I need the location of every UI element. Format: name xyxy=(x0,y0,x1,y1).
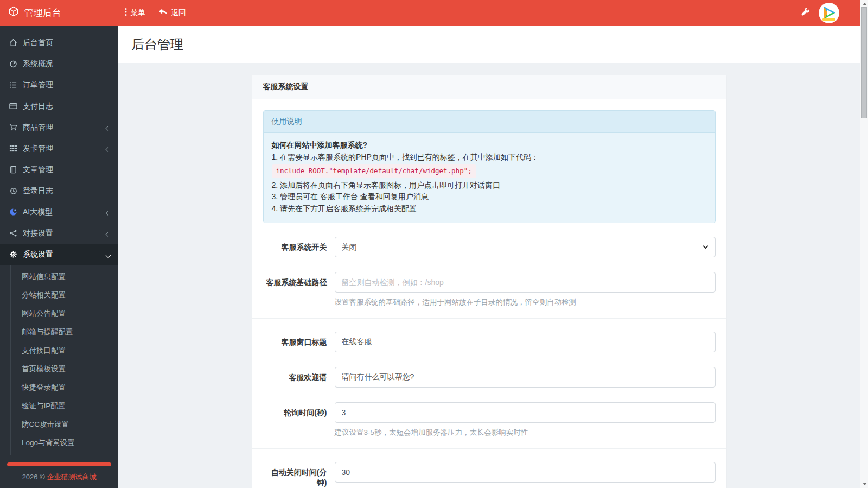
field-label: 客服欢迎语 xyxy=(263,367,335,388)
polling-interval-input[interactable] xyxy=(335,402,716,423)
credit-card-icon xyxy=(9,102,18,110)
menu-toggle-button[interactable]: 菜单 xyxy=(118,0,152,26)
home-icon xyxy=(9,39,18,47)
sidebar-item-system-settings[interactable]: 系统设置 xyxy=(0,244,118,265)
form-group-service-switch: 客服系统开关 关闭 xyxy=(263,237,716,257)
avatar-badge xyxy=(822,18,835,21)
sidebar-item-login-logs[interactable]: 登录日志 xyxy=(0,180,118,201)
footer-site-link[interactable]: 企业猫测试商城 xyxy=(47,473,96,481)
sidebar-item-dashboard[interactable]: 后台首页 xyxy=(0,32,118,53)
submenu-item-site-info[interactable]: 网站信息配置 xyxy=(0,268,118,286)
back-label: 返回 xyxy=(171,8,186,18)
scrollbar[interactable] xyxy=(860,0,868,488)
form-separator xyxy=(252,448,726,449)
reply-arrow-icon xyxy=(158,8,168,18)
scrollbar-up-arrow-icon[interactable] xyxy=(863,3,867,5)
chevron-left-icon xyxy=(106,123,110,132)
sidebar-item-label: 商品管理 xyxy=(23,123,53,132)
form-group-base-path: 客服系统基础路径 设置客服系统的基础路径，适用于网站放在子目录的情况，留空则自动… xyxy=(263,272,716,307)
notice-title: 使用说明 xyxy=(264,111,715,133)
gauge-icon xyxy=(9,60,18,68)
sidebar-item-ai-models[interactable]: AI大模型 xyxy=(0,201,118,223)
sidebar-item-label: 系统设置 xyxy=(23,250,53,259)
wrench-icon xyxy=(801,8,810,18)
submenu-item-email-notify[interactable]: 邮箱与提醒配置 xyxy=(0,323,118,341)
sidebar-item-label: 订单管理 xyxy=(23,80,53,90)
submenu-item-substation[interactable]: 分站相关配置 xyxy=(0,286,118,305)
field-label: 轮询时间(秒) xyxy=(263,402,335,438)
user-avatar[interactable] xyxy=(819,3,839,23)
submenu-item-payment-api[interactable]: 支付接口配置 xyxy=(0,341,118,360)
chevron-left-icon xyxy=(106,144,110,153)
wrench-button[interactable] xyxy=(793,0,819,26)
brand[interactable]: 管理后台 xyxy=(0,0,118,26)
scrollbar-thumb[interactable] xyxy=(861,7,867,118)
scrollbar-down-arrow-icon[interactable] xyxy=(863,483,867,485)
sidebar-footer: 2026 © 企业猫测试商城 xyxy=(0,472,118,482)
service-switch-select[interactable]: 关闭 xyxy=(335,237,716,257)
footer-year: 2026 © xyxy=(22,473,45,481)
page-title: 后台管理 xyxy=(131,36,183,53)
field-label: 客服系统基础路径 xyxy=(263,272,335,307)
submenu-item-captcha-ip[interactable]: 验证与IP配置 xyxy=(0,397,118,415)
notice-body: 如何在网站中添加客服系统? 1. 在需要显示客服系统的PHP页面中，找到已有的标… xyxy=(264,133,715,223)
sidebar-item-label: 系统概况 xyxy=(23,59,53,69)
sidebar-item-label: 文章管理 xyxy=(23,165,53,175)
submenu-item-announcement[interactable]: 网站公告配置 xyxy=(0,305,118,323)
book-icon xyxy=(9,166,18,174)
auto-close-time-input[interactable] xyxy=(335,462,716,483)
welcome-message-input[interactable] xyxy=(335,367,716,388)
sidebar-item-payment-logs[interactable]: 支付日志 xyxy=(0,96,118,117)
sidebar-item-label: 后台首页 xyxy=(23,38,53,48)
form-separator xyxy=(252,318,726,319)
sidebar-item-cards[interactable]: 发卡管理 xyxy=(0,138,118,159)
navbar-spacer xyxy=(193,0,793,26)
sidebar-red-divider xyxy=(7,462,111,466)
form-group-window-title: 客服窗口标题 xyxy=(263,332,716,352)
chevron-left-icon xyxy=(106,229,110,238)
form-group-polling-interval: 轮询时间(秒) 建议设置3-5秒，太短会增加服务器压力，太长会影响实时性 xyxy=(263,402,716,438)
cart-icon xyxy=(9,123,18,131)
ai-icon xyxy=(9,208,18,216)
brand-title: 管理后台 xyxy=(24,7,61,19)
notice-step-4: 4. 请先在下方开启客服系统并完成相关配置 xyxy=(272,203,707,215)
ellipsis-v-icon xyxy=(125,8,127,18)
sidebar-item-label: 发卡管理 xyxy=(23,144,53,154)
sidebar-item-overview[interactable]: 系统概况 xyxy=(0,53,118,74)
form-group-welcome-message: 客服欢迎语 xyxy=(263,367,716,388)
content-header: 后台管理 xyxy=(118,26,860,63)
sidebar-item-label: 登录日志 xyxy=(23,186,53,196)
cube-logo-icon xyxy=(8,6,19,20)
field-label: 客服窗口标题 xyxy=(263,332,335,352)
customer-service-settings-card: 客服系统设置 使用说明 如何在网站中添加客服系统? 1. 在需要显示客服系统的P… xyxy=(252,75,726,488)
history-icon xyxy=(9,187,18,195)
card-body: 使用说明 如何在网站中添加客服系统? 1. 在需要显示客服系统的PHP页面中，找… xyxy=(252,99,726,488)
chevron-down-icon xyxy=(106,250,110,259)
top-navbar: 管理后台 菜单 返回 xyxy=(0,0,860,26)
sidebar-item-articles[interactable]: 文章管理 xyxy=(0,159,118,180)
sidebar: 后台首页 系统概况 订单管理 支付日志 xyxy=(0,26,118,488)
notice-step-1: 1. 在需要显示客服系统的PHP页面中，找到已有的标签，在其中添加如下代码： xyxy=(272,151,707,163)
notice-step-3: 3. 管理员可在 客服工作台 查看和回复用户消息 xyxy=(272,191,707,203)
submenu-item-logo-background[interactable]: Logo与背景设置 xyxy=(0,434,118,452)
gear-icon xyxy=(9,250,18,258)
form-group-auto-close-time: 自动关闭时间(分钟) 超过设定时间未收到新消息的会话自动关闭，设为0则不自动关闭 xyxy=(263,462,716,488)
base-path-input[interactable] xyxy=(335,272,716,293)
sidebar-item-products[interactable]: 商品管理 xyxy=(0,117,118,138)
window-title-input[interactable] xyxy=(335,332,716,352)
card-title: 客服系统设置 xyxy=(252,75,726,99)
sidebar-item-label: AI大模型 xyxy=(23,207,53,217)
notice-step-2: 2. 添加后将在页面右下角显示客服图标，用户点击即可打开对话窗口 xyxy=(272,180,707,192)
usage-notice-panel: 使用说明 如何在网站中添加客服系统? 1. 在需要显示客服系统的PHP页面中，找… xyxy=(263,110,716,223)
submenu-item-home-template[interactable]: 首页模板设置 xyxy=(0,360,118,378)
nodes-icon xyxy=(9,229,18,237)
back-button[interactable]: 返回 xyxy=(152,0,193,26)
sidebar-item-label: 支付日志 xyxy=(23,102,53,111)
sidebar-menu: 后台首页 系统概况 订单管理 支付日志 xyxy=(0,26,118,482)
field-label: 自动关闭时间(分钟) xyxy=(263,462,335,488)
notice-heading: 如何在网站中添加客服系统? xyxy=(272,140,707,151)
sidebar-item-integrations[interactable]: 对接设置 xyxy=(0,223,118,244)
sidebar-item-orders[interactable]: 订单管理 xyxy=(0,74,118,96)
submenu-item-quick-login[interactable]: 快捷登录配置 xyxy=(0,378,118,397)
submenu-item-anti-cc[interactable]: 防CC攻击设置 xyxy=(0,415,118,434)
